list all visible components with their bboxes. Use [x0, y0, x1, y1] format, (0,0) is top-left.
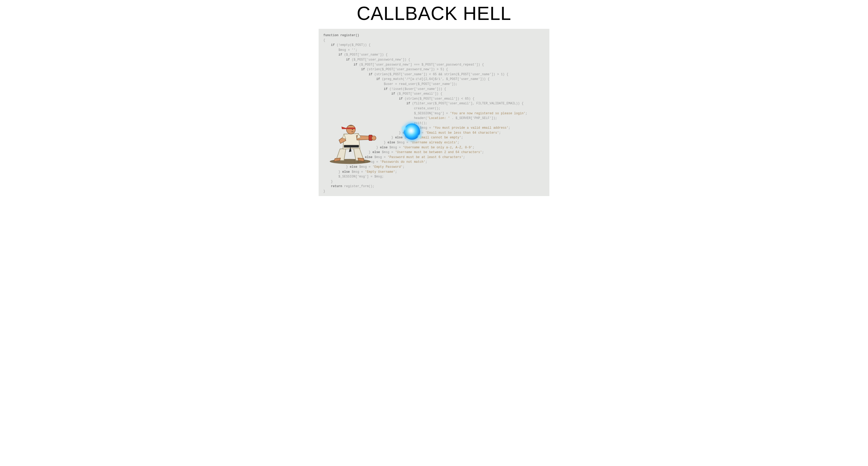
code-line: ; [526, 112, 527, 115]
kw-if: if [346, 58, 349, 62]
code-line: $msg = [380, 151, 395, 154]
code-line: $msg = [395, 141, 410, 144]
kw-else: else [380, 146, 388, 149]
slide: CALLBACK HELL function register() { if (… [0, 0, 868, 466]
kw-if: if [399, 97, 403, 101]
code-line: (!empty($_POST)) { [335, 43, 371, 47]
code-line: (strlen($_POST['user_password_new']) > 5… [365, 68, 448, 71]
code-end: ; [472, 146, 474, 149]
code-line: $msg = [418, 126, 433, 130]
svg-point-4 [346, 125, 355, 134]
code-line: } [323, 180, 333, 184]
hadouken-icon [404, 124, 420, 140]
code-line: $msg = ''; [323, 48, 358, 52]
code-line: { [323, 38, 325, 42]
kw-if: if [391, 92, 395, 96]
kw-else: else [395, 136, 403, 139]
code-panel: function register() { if (!empty($_POST)… [319, 29, 549, 196]
kw-else: else [350, 165, 358, 169]
kw-if: if [339, 53, 342, 57]
code-end: ; [395, 170, 397, 174]
ryu-character-icon [327, 113, 376, 165]
code-line: ($_POST['user_password_new'] === $_POST[… [358, 63, 484, 67]
code-end: ; [499, 131, 501, 135]
string-literal: 'Username must be between 2 and 64 chara… [395, 151, 482, 154]
code-line: $msg = [388, 146, 403, 149]
string-literal: 'You are now registered so please login' [450, 112, 525, 115]
string-literal: 'Empty Username' [365, 170, 395, 174]
code-line: (!isset($user['user_name'])) { [388, 87, 446, 91]
kw-if: if [361, 68, 365, 71]
code-line: ($_POST['user_name']) { [342, 53, 388, 57]
string-literal: 'Empty Password' [372, 165, 403, 169]
kw-if: if [331, 43, 335, 47]
code-line: . $_SERVER['PHP_SELF']); [450, 116, 497, 120]
code-line: function register() [323, 34, 359, 37]
code-line: } [323, 190, 325, 193]
kw-if: if [376, 77, 380, 81]
kw-if: if [369, 73, 372, 76]
code-line: ($_POST['user_password_new']) { [350, 58, 410, 62]
code-line: register_form(); [342, 185, 374, 188]
string-literal: 'You must provide a valid email address' [433, 126, 508, 130]
code-end: ; [457, 141, 459, 144]
code-end: ; [461, 136, 463, 139]
svg-rect-1 [344, 145, 359, 147]
string-literal: 'Username already exists' [410, 141, 457, 144]
code-end: ; [508, 126, 510, 130]
string-literal: 'Location: ' [427, 116, 450, 120]
string-literal: 'Password must be at least 6 characters' [388, 156, 463, 159]
code-line: $msg = [358, 165, 373, 169]
code-end: ; [403, 165, 404, 169]
code-line: (strlen($_POST['user_email']) < 65) { [403, 97, 474, 101]
code-line: ($_POST['user_email']) { [395, 92, 442, 96]
code-line: $user = read_user($_POST['user_name']); [323, 82, 457, 86]
string-literal: 'Username must be only a-z, A-Z, 0-9' [403, 146, 472, 149]
string-literal: 'Passwords do not match' [380, 160, 425, 164]
code-line: } [323, 170, 342, 174]
code-end: ; [482, 151, 484, 154]
code-line: (filter_var($_POST['user_email'], FILTER… [410, 102, 523, 105]
code-line: } [323, 165, 350, 169]
kw-if: if [353, 63, 357, 67]
kw-else: else [342, 170, 350, 174]
code-line: $msg = [350, 170, 365, 174]
string-literal: 'Email must be less than 64 characters' [425, 131, 499, 135]
string-literal: 'Email cannot be empty' [418, 136, 461, 139]
code-end: ; [425, 160, 427, 164]
svg-point-6 [352, 129, 353, 130]
kw-if: if [406, 102, 410, 105]
code-line: (strlen($_POST['user_name']) < 65 && str… [372, 73, 508, 76]
kw-if: if [384, 87, 387, 91]
svg-point-3 [372, 136, 376, 140]
svg-rect-5 [346, 127, 355, 129]
kw-else: else [388, 141, 395, 144]
code-line: create_user(); [323, 107, 440, 110]
slide-title: CALLBACK HELL [356, 3, 511, 24]
kw-return: return [331, 185, 342, 188]
code-end: ; [463, 156, 465, 159]
code-line: $_SESSION['msg'] = $msg; [323, 175, 384, 178]
code-line: (preg_match('/^[a-z\d]{2,64}$/i', $_POST… [380, 77, 490, 81]
